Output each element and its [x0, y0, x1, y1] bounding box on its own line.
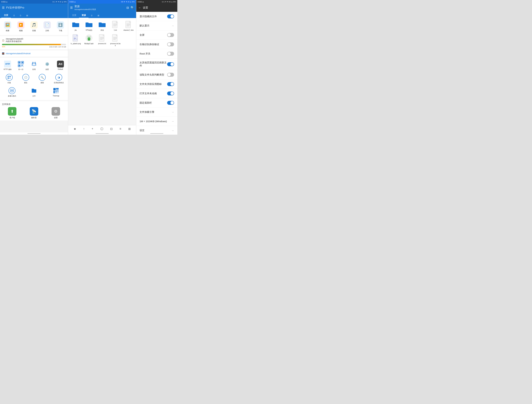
svg-rect-9	[22, 65, 23, 66]
transfer-settings[interactable]: ⚙ 设置	[45, 107, 66, 119]
setting-fullscreen[interactable]: 全屏	[136, 30, 177, 40]
svg-rect-1	[19, 62, 20, 63]
tool-usage[interactable]: ◑ 应用使用情况	[51, 73, 67, 85]
tool-app[interactable]: 应用	[28, 59, 40, 72]
setting-show-hidden[interactable]: 显示隐藏的文件	[136, 12, 177, 21]
svg-line-18	[36, 65, 36, 65]
android-path-card[interactable]: 🌉 /storage/emulated/0/Android	[0, 51, 68, 57]
file-grid: jks VPN成品 其他	[68, 18, 136, 49]
usage-icon: ◑	[55, 74, 62, 81]
folder-app-icon-toggle[interactable]	[167, 82, 174, 86]
show-hidden-toggle[interactable]	[167, 14, 174, 18]
refresh-label: 从其他页面返回后刷新文件	[139, 61, 167, 67]
tool-treemap[interactable]: Treemap	[45, 86, 67, 99]
file-icsplash[interactable]: ic_splash.png	[70, 33, 82, 47]
quick-audio[interactable]: 🎵 音频	[28, 20, 40, 33]
video-icon: ▶️	[17, 21, 25, 29]
back-icon-right[interactable]: ←	[138, 6, 141, 10]
storage-card[interactable]: 📋 /storage/emulated/0 内部共享存储空间 92% 210.6…	[0, 36, 68, 49]
transfer-server[interactable]: 📡 服务器	[24, 107, 44, 119]
tool-files[interactable]: 文件	[23, 86, 45, 99]
transfer-title: 文件快传	[2, 103, 66, 106]
tool-default[interactable]: Ati Default	[54, 59, 67, 72]
tab-1-left[interactable]: 0	[17, 13, 24, 18]
file-apk[interactable]: MyApp3.apk	[83, 33, 95, 47]
file-processtxtbak-label: process.txt.bak	[110, 43, 120, 47]
read-header-toggle[interactable]	[167, 73, 174, 77]
setting-refresh-on-return[interactable]: 从其他页面返回后刷新文件	[136, 58, 177, 70]
file-vpn[interactable]: VPN成品	[83, 20, 95, 32]
tab-home-left[interactable]: 主页	[1, 13, 11, 18]
audio-icon: 🎵	[30, 21, 38, 29]
time-left: 9:55	[1, 1, 4, 3]
tab-grid-left[interactable]: ⊞	[24, 13, 31, 18]
tool-http-label: HTTP 服务	[4, 68, 12, 71]
copy-icon-middle[interactable]: ⊟	[127, 6, 129, 10]
video-label: 视频	[19, 29, 23, 32]
home-bar-middle	[95, 133, 109, 134]
file-classes[interactable]: classes三.dex	[123, 20, 134, 32]
folder-animation-toggle[interactable]	[167, 91, 174, 96]
file-other[interactable]: 其他	[96, 20, 108, 32]
setting-root[interactable]: Root 开关	[136, 49, 177, 58]
svg-rect-22	[8, 76, 9, 77]
svg-rect-37	[57, 91, 59, 92]
svg-point-13	[32, 63, 33, 64]
tool-qr[interactable]: 扫一扫	[14, 59, 27, 72]
tool-search[interactable]: 🔍 搜索	[34, 73, 50, 85]
quick-docs[interactable]: 📄 文档	[41, 20, 53, 33]
tool-settings[interactable]: ⚙️ 设置	[41, 59, 53, 72]
multiwindow-icon	[9, 87, 15, 94]
grid-icon[interactable]: ⊞	[128, 127, 131, 131]
file-processtxtbak[interactable]: process.txt.bak	[109, 33, 121, 47]
file-1txt[interactable]: 1.txt	[109, 20, 121, 32]
setting-file-engine[interactable]: 文件加载引擎 →	[136, 108, 177, 117]
file-jks[interactable]: jks	[70, 20, 82, 32]
quick-photos[interactable]: 🖼️ 相册	[1, 20, 14, 33]
add-icon[interactable]: +	[92, 127, 93, 131]
svg-rect-35	[53, 91, 55, 93]
search-icon-middle[interactable]: 🔍	[131, 6, 134, 10]
select-icon[interactable]: ⊡	[110, 127, 113, 131]
settings-content: 显示隐藏的文件 默认显示 → 全屏 生物识别身份验证 Root 开关	[136, 12, 177, 132]
transfer-client[interactable]: ⬆ 客户端	[2, 107, 23, 119]
tab-0-left[interactable]: 0	[11, 13, 17, 18]
tab-home-middle[interactable]: 主页	[70, 13, 79, 18]
svg-rect-3	[22, 62, 23, 63]
show-hidden-knob	[171, 15, 174, 18]
root-toggle[interactable]	[167, 52, 174, 56]
setting-1m-1024kb[interactable]: 1M = 1024KB (Windows) →	[136, 117, 177, 126]
setting-folder-animation[interactable]: 打开文件夹动画	[136, 89, 177, 98]
setting-folder-app-icon[interactable]: 文件夹关联应用图标	[136, 79, 177, 89]
tool-http[interactable]: HTTP HTTP 服务	[1, 59, 14, 72]
storage-desc: 内部共享存储空间	[6, 40, 23, 43]
star-icon[interactable]: ★	[74, 127, 76, 131]
tool-multiwindow[interactable]: 多窗口模式	[1, 86, 23, 99]
fullscreen-label: 全屏	[139, 33, 145, 37]
setting-language[interactable]: 语言 →	[136, 126, 177, 132]
setting-biometric[interactable]: 生物识别身份验证	[136, 40, 177, 49]
up-icon[interactable]: ↑	[83, 127, 85, 131]
tool-recent[interactable]: 🕐 最近	[18, 73, 34, 85]
setting-default-display[interactable]: 默认显示 →	[136, 21, 177, 30]
info-icon[interactable]: ⓘ	[100, 127, 103, 131]
fullscreen-toggle[interactable]	[167, 33, 174, 37]
setting-pin-bottombar[interactable]: 固定底部栏	[136, 98, 177, 108]
quick-download[interactable]: ⬇️ 下载	[54, 20, 67, 33]
tool-scan[interactable]: 扫描	[1, 73, 17, 85]
svg-rect-8	[21, 65, 22, 66]
tab-0-middle[interactable]: 0	[89, 13, 95, 18]
pin-bottombar-toggle[interactable]	[167, 101, 174, 105]
show-hidden-label: 显示隐藏的文件	[139, 15, 157, 18]
tool-qr-label: 扫一扫	[18, 68, 23, 71]
tab-resource-middle[interactable]: 资源	[79, 13, 89, 18]
setting-read-header[interactable]: 读取文件头部判断类型	[136, 70, 177, 79]
quick-video[interactable]: ▶️ 视频	[14, 20, 27, 33]
menu-icon-middle[interactable]: ☰	[70, 6, 73, 10]
refresh-toggle[interactable]	[167, 62, 174, 66]
tab-grid-middle[interactable]: ⊞	[95, 13, 102, 18]
file-processtxt[interactable]: process.txt	[96, 33, 108, 47]
biometric-toggle[interactable]	[167, 42, 174, 46]
list-icon[interactable]: ≡	[120, 127, 121, 131]
menu-icon-left[interactable]: ☰	[2, 6, 5, 10]
